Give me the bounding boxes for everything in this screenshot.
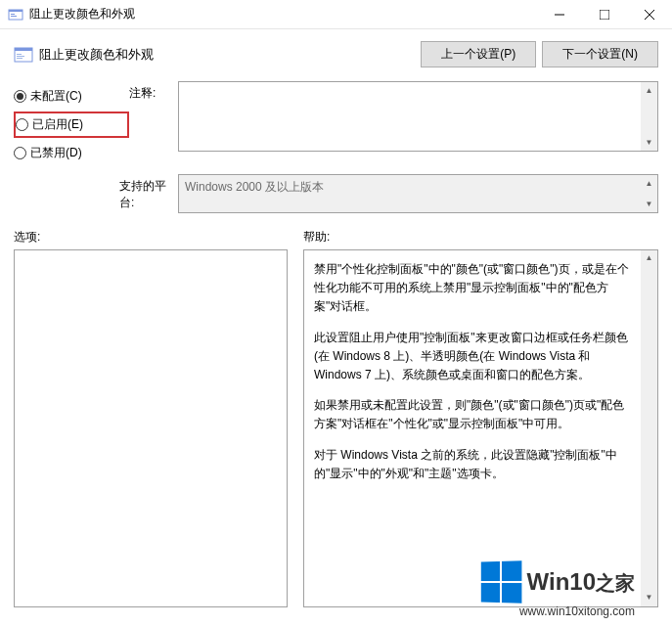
svg-rect-2 (11, 14, 15, 15)
svg-rect-5 (600, 10, 609, 20)
scroll-down-icon: ▼ (641, 196, 657, 212)
options-label: 选项: (14, 229, 288, 246)
svg-rect-12 (17, 58, 22, 59)
scroll-up-icon: ▲ (641, 175, 657, 192)
page-title: 阻止更改颜色和外观 (39, 46, 421, 64)
radio-label: 已启用(E) (32, 116, 83, 133)
radio-label: 已禁用(D) (30, 145, 82, 161)
scroll-down-icon[interactable]: ▼ (641, 134, 657, 151)
titlebar: 阻止更改颜色和外观 (0, 0, 672, 29)
window-title: 阻止更改颜色和外观 (29, 6, 537, 22)
radio-icon (14, 147, 26, 159)
scroll-up-icon[interactable]: ▲ (641, 82, 657, 99)
platform-value: Windows 2000 及以上版本 ▲ ▼ (178, 174, 658, 213)
scrollbar[interactable]: ▲ ▼ (641, 250, 657, 606)
help-label: 帮助: (303, 229, 658, 246)
help-box: 禁用"个性化控制面板"中的"颜色"(或"窗口颜色")页，或是在个性化功能不可用的… (303, 249, 658, 607)
svg-rect-3 (11, 16, 17, 17)
help-paragraph: 对于 Windows Vista 之前的系统，此设置隐藏"控制面板"中的"显示"… (314, 446, 636, 483)
options-box (14, 249, 288, 607)
help-paragraph: 此设置阻止用户使用"控制面板"来更改窗口边框或任务栏颜色(在 Windows 8… (314, 329, 636, 385)
radio-icon (16, 118, 28, 131)
scroll-down-icon[interactable]: ▼ (641, 590, 657, 606)
scrollbar[interactable]: ▲ ▼ (641, 82, 657, 151)
radio-enabled[interactable]: 已启用(E) (14, 112, 129, 138)
comment-label: 注释: (129, 81, 178, 166)
svg-rect-10 (17, 54, 22, 55)
radio-icon (14, 90, 26, 103)
platform-label: 支持的平台: (14, 174, 178, 211)
comment-input[interactable]: ▲ ▼ (178, 81, 658, 152)
windows-logo-icon (480, 560, 521, 603)
radio-label: 未配置(C) (30, 88, 82, 105)
help-paragraph: 禁用"个性化控制面板"中的"颜色"(或"窗口颜色")页，或是在个性化功能不可用的… (314, 260, 636, 317)
svg-rect-1 (9, 10, 22, 12)
watermark-url: www.win10xitong.com (519, 604, 635, 618)
svg-rect-11 (17, 56, 24, 57)
policy-header-icon (14, 46, 33, 64)
watermark: Win10之家 (480, 561, 635, 603)
next-setting-button[interactable]: 下一个设置(N) (542, 41, 658, 67)
window-controls (537, 0, 672, 29)
scroll-up-icon[interactable]: ▲ (641, 250, 657, 267)
radio-not-configured[interactable]: 未配置(C) (14, 83, 129, 110)
policy-icon (8, 7, 23, 22)
previous-setting-button[interactable]: 上一个设置(P) (421, 41, 536, 67)
minimize-button[interactable] (537, 0, 582, 29)
header-row: 阻止更改颜色和外观 上一个设置(P) 下一个设置(N) (14, 41, 658, 67)
radio-disabled[interactable]: 已禁用(D) (14, 140, 129, 166)
scrollbar: ▲ ▼ (641, 175, 657, 212)
svg-rect-9 (15, 48, 32, 51)
watermark-brand: Win10之家 (527, 568, 635, 597)
help-paragraph: 如果禁用或未配置此设置，则"颜色"(或"窗口颜色")页或"配色方案"对话框在"个… (314, 396, 636, 433)
maximize-button[interactable] (582, 0, 627, 29)
close-button[interactable] (627, 0, 672, 29)
